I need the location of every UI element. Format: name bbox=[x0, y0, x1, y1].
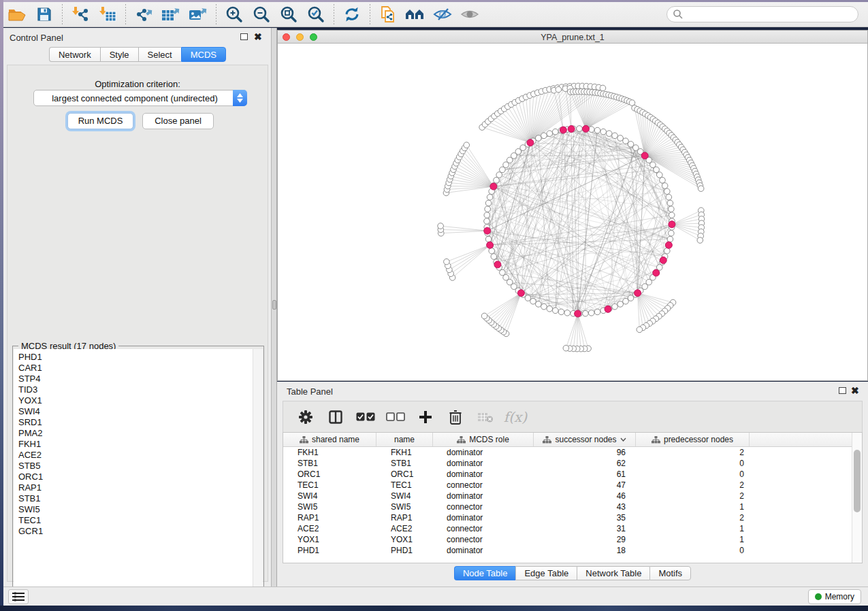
tab-network[interactable]: Network bbox=[49, 47, 100, 62]
mcds-node-item[interactable]: TID3 bbox=[18, 384, 253, 395]
mcds-node-item[interactable]: GCR1 bbox=[18, 526, 253, 537]
table-row[interactable]: ACE2ACE2connector311 bbox=[283, 523, 852, 534]
show-all-button[interactable] bbox=[456, 3, 483, 25]
mcds-node-item[interactable]: PMA2 bbox=[18, 428, 253, 439]
table-scrollbar-thumb[interactable] bbox=[854, 450, 861, 512]
mcds-panel-body: Optimization criterion: largest connecte… bbox=[7, 65, 268, 582]
mcds-node-item[interactable]: RAP1 bbox=[18, 482, 253, 493]
mcds-node-item[interactable]: STB5 bbox=[18, 461, 253, 472]
memory-button[interactable]: Memory bbox=[808, 589, 861, 604]
table-settings-button[interactable] bbox=[294, 406, 317, 429]
select-all-columns-button[interactable] bbox=[354, 406, 377, 429]
status-bar: Memory bbox=[3, 587, 868, 606]
function-builder-button[interactable]: f(x) bbox=[504, 406, 527, 429]
float-panel-icon[interactable] bbox=[240, 33, 249, 42]
column-header-mcds-role[interactable]: MCDS role bbox=[433, 433, 534, 446]
tab-edge-table[interactable]: Edge Table bbox=[515, 566, 577, 580]
control-panel-title: Control Panel bbox=[10, 33, 63, 43]
table-row[interactable]: SWI5SWI5connector431 bbox=[283, 501, 852, 512]
toolbar-separator bbox=[334, 4, 334, 24]
mcds-node-item[interactable]: STB1 bbox=[18, 493, 253, 504]
divider-handle[interactable] bbox=[272, 300, 276, 310]
search-input[interactable] bbox=[684, 7, 858, 21]
show-columns-button[interactable] bbox=[324, 406, 347, 429]
criterion-dropdown[interactable]: largest connected component (undirected) bbox=[33, 90, 247, 106]
mcds-list-scrollbar[interactable] bbox=[253, 349, 263, 594]
table-cell: 62 bbox=[534, 458, 636, 469]
table-cell: 0 bbox=[636, 458, 750, 469]
network-canvas[interactable] bbox=[278, 44, 867, 380]
export-network-button[interactable] bbox=[130, 3, 157, 25]
table-row[interactable]: YOX1YOX1connector291 bbox=[283, 534, 852, 545]
zoom-fit-button[interactable] bbox=[275, 3, 302, 25]
table-row[interactable]: SWI4SWI4dominator462 bbox=[283, 491, 852, 501]
run-mcds-button[interactable]: Run MCDS bbox=[67, 113, 133, 129]
zoom-in-button[interactable] bbox=[221, 3, 248, 25]
search-box[interactable] bbox=[666, 6, 858, 22]
zoom-out-button[interactable] bbox=[248, 3, 275, 25]
task-history-button[interactable] bbox=[8, 589, 29, 604]
table-row[interactable]: TEC1TEC1connector472 bbox=[283, 480, 852, 491]
delete-table-button[interactable] bbox=[474, 406, 497, 429]
import-network-button[interactable] bbox=[67, 3, 94, 25]
table-cell: SWI4 bbox=[376, 491, 433, 501]
mcds-node-item[interactable]: CAR1 bbox=[18, 363, 253, 374]
save-session-button[interactable] bbox=[31, 3, 58, 25]
column-header-successor-nodes[interactable]: successor nodes bbox=[534, 433, 636, 446]
toolbar-separator bbox=[370, 4, 370, 24]
list-icon bbox=[12, 592, 25, 601]
deselect-all-columns-button[interactable] bbox=[384, 406, 407, 429]
table-row[interactable]: ORC1ORC1dominator610 bbox=[283, 469, 852, 480]
float-panel-icon[interactable] bbox=[839, 387, 848, 395]
mcds-node-item[interactable]: ORC1 bbox=[18, 472, 253, 482]
mcds-node-item[interactable]: ACE2 bbox=[18, 450, 253, 461]
table-row[interactable]: FKH1FKH1dominator962 bbox=[283, 447, 852, 458]
tab-network-table[interactable]: Network Table bbox=[577, 566, 649, 580]
mcds-result-list[interactable]: PHD1CAR1STP4TID3YOX1SWI4SRD1PMA2FKH1ACE2… bbox=[14, 349, 253, 594]
clone-network-button[interactable] bbox=[374, 3, 402, 25]
mcds-node-item[interactable]: STP4 bbox=[18, 374, 253, 384]
table-cell: 0 bbox=[636, 545, 750, 556]
delete-column-button[interactable] bbox=[444, 406, 467, 429]
table-row[interactable]: STB1STB1dominator620 bbox=[283, 458, 852, 469]
delete-table-icon bbox=[477, 412, 494, 423]
table-cell: SWI5 bbox=[376, 501, 433, 512]
panel-divider[interactable] bbox=[272, 28, 277, 587]
first-neighbors-button[interactable] bbox=[402, 3, 429, 25]
mcds-node-item[interactable]: PHD1 bbox=[18, 352, 253, 363]
mcds-node-item[interactable]: SWI4 bbox=[18, 406, 253, 417]
column-header-shared-name[interactable]: shared name bbox=[283, 433, 376, 446]
column-header-name[interactable]: name bbox=[376, 433, 433, 446]
refresh-icon bbox=[343, 5, 361, 23]
table-cell: YOX1 bbox=[283, 534, 376, 545]
table-scrollbar[interactable] bbox=[852, 433, 862, 563]
table-row[interactable]: PHD1PHD1dominator180 bbox=[283, 545, 852, 556]
tab-style[interactable]: Style bbox=[100, 47, 138, 62]
save-floppy-icon bbox=[37, 7, 52, 22]
apply-layout-button[interactable] bbox=[338, 3, 366, 25]
mcds-node-item[interactable]: SWI5 bbox=[18, 504, 253, 515]
table-row[interactable]: RAP1RAP1dominator352 bbox=[283, 512, 852, 523]
tab-mcds[interactable]: MCDS bbox=[181, 47, 226, 62]
import-table-button[interactable] bbox=[94, 3, 121, 25]
close-panel-icon[interactable]: ✖ bbox=[254, 33, 263, 42]
close-panel-button[interactable]: Close panel bbox=[142, 113, 214, 129]
mcds-node-item[interactable]: YOX1 bbox=[18, 395, 253, 406]
mcds-node-item[interactable]: FKH1 bbox=[18, 439, 253, 450]
zoom-selected-button[interactable] bbox=[302, 3, 329, 25]
tab-node-table[interactable]: Node Table bbox=[454, 566, 516, 580]
network-window-titlebar[interactable]: YPA_prune.txt_1 bbox=[278, 31, 867, 44]
mcds-node-item[interactable]: SRD1 bbox=[18, 417, 253, 428]
mcds-result-groupbox: MCDS result (17 nodes) PHD1CAR1STP4TID3Y… bbox=[12, 346, 264, 596]
column-header-predecessor-nodes[interactable]: predecessor nodes bbox=[636, 433, 750, 446]
mcds-node-item[interactable]: TEC1 bbox=[18, 515, 253, 526]
tab-motifs[interactable]: Motifs bbox=[649, 566, 691, 580]
hide-selected-button[interactable] bbox=[429, 3, 456, 25]
create-column-button[interactable] bbox=[414, 406, 437, 429]
table-cell: dominator bbox=[433, 447, 534, 458]
export-table-button[interactable] bbox=[157, 3, 184, 25]
tab-select[interactable]: Select bbox=[138, 47, 181, 62]
open-session-button[interactable] bbox=[3, 3, 31, 25]
export-image-button[interactable] bbox=[184, 3, 212, 25]
close-panel-icon[interactable]: ✖ bbox=[851, 387, 860, 395]
